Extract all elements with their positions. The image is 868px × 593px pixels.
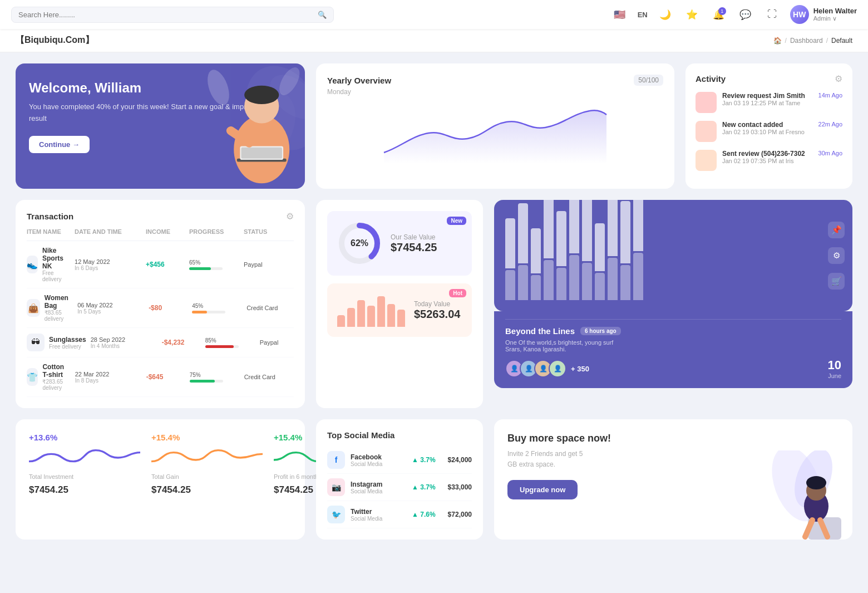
- flag-icon[interactable]: 🇺🇸: [611, 6, 629, 23]
- activity-thumb-0: [696, 92, 717, 113]
- activity-title-1: New contact added: [722, 121, 805, 129]
- progress-bar-0: [189, 267, 223, 270]
- item-cell-1: 👜 Women Bag ₹83.65 delivery: [27, 294, 73, 322]
- search-bar[interactable]: 🔍: [11, 7, 334, 23]
- table-row: 👜 Women Bag ₹83.65 delivery 06 May 2022 …: [27, 288, 294, 328]
- stats-card: +13.6% Total Investment $7454.25 +15.4% …: [16, 419, 305, 540]
- beyond-date: 10: [828, 358, 841, 373]
- chart-pin-icon[interactable]: 📌: [828, 222, 845, 238]
- chart-gear-icon[interactable]: ⚙: [828, 247, 845, 264]
- user-name: Helen Walter: [813, 7, 857, 15]
- progress-fill-0: [189, 267, 211, 270]
- svg-point-19: [806, 476, 826, 489]
- row2: Transaction ⚙ Item Name Date and Time In…: [16, 200, 852, 408]
- activity-card: Activity ⚙ Review request Jim Smith Jan …: [685, 63, 852, 189]
- today-bar-chart: [337, 293, 405, 327]
- overview-badge: 50/100: [634, 75, 663, 86]
- user-role: Admin ∨: [813, 15, 857, 22]
- bar-item-3: [544, 200, 554, 300]
- stat-wave-0: [29, 447, 140, 469]
- table-row: 🕶 Sunglasses Free delivery 28 Sep 2022 I…: [27, 328, 294, 357]
- item-icon-0: 👟: [27, 256, 38, 273]
- sale-label: Our Sale Value: [391, 233, 437, 241]
- date-sub-0: In 6 Days: [75, 265, 141, 271]
- sale-value-amount: $7454.25: [391, 241, 437, 254]
- sale-info: Our Sale Value $7454.25: [391, 233, 437, 254]
- activity-title-0: Review request Jim Smith: [722, 92, 805, 100]
- progress-cell-0: 65%: [189, 259, 239, 270]
- svg-point-10: [203, 67, 233, 108]
- date-sub-2: In 4 Months: [91, 343, 157, 349]
- item-name-2: Sunglasses: [49, 336, 86, 344]
- breadcrumb: 🏠 / Dashboard / Default: [773, 37, 852, 45]
- moon-icon[interactable]: 🌙: [657, 6, 674, 23]
- message-icon[interactable]: 💬: [737, 6, 754, 23]
- bar-item-2: [531, 228, 541, 300]
- date-cell-2: 28 Sep 2022 In 4 Months: [91, 336, 157, 349]
- home-icon[interactable]: 🏠: [773, 37, 782, 45]
- social-row-1: 📷 Instagram Social Media ▲ 3.7% $33,000: [327, 474, 472, 501]
- search-icon: 🔍: [318, 11, 327, 19]
- bar-light-4: [556, 268, 566, 301]
- bar-item-4: [556, 211, 566, 301]
- progress-cell-2: 85%: [205, 337, 255, 348]
- barchart-beyond-section: 📌 ⚙ 🛒 Beyond the Lines 6 hours ago One O…: [494, 200, 852, 408]
- col-progress: Progress: [189, 228, 239, 235]
- transaction-settings-button[interactable]: ⚙: [286, 211, 294, 222]
- mini-bar-5: [387, 304, 395, 327]
- new-badge: New: [447, 217, 466, 225]
- donut-label: 62%: [351, 238, 368, 248]
- breadcrumb-dashboard[interactable]: Dashboard: [790, 37, 823, 45]
- activity-text-1: New contact added Jan 02 19 03:10 PM at …: [722, 121, 805, 135]
- table-header: Item Name Date and Time Income Progress …: [27, 228, 294, 241]
- social-name-0: Facebook: [351, 453, 382, 461]
- sale-top: New 62% Our Sale Value $7454.25: [327, 211, 472, 276]
- bar-item-1: [518, 203, 528, 300]
- beyond-card: Beyond the Lines 6 hours ago One Of the …: [494, 311, 852, 388]
- date-main-1: 06 May 2022: [77, 302, 144, 308]
- continue-button[interactable]: Continue →: [29, 136, 90, 153]
- social-title: Top Social Media: [327, 430, 394, 440]
- breadcrumb-sep1: /: [785, 37, 787, 45]
- user-profile[interactable]: HW Helen Walter Admin ∨: [790, 5, 857, 24]
- hot-badge: Hot: [449, 289, 466, 297]
- status-2: Paypal: [260, 339, 310, 346]
- bar-dark-0: [505, 218, 515, 268]
- table-row: 👟 Nike Sports NK Free delivery 12 May 20…: [27, 241, 294, 288]
- transaction-title: Transaction: [27, 212, 73, 221]
- notification-icon[interactable]: 🔔 1: [710, 6, 728, 23]
- search-input[interactable]: [18, 11, 313, 19]
- fullscreen-icon[interactable]: ⛶: [763, 6, 781, 23]
- item-name-0: Nike Sports NK: [42, 247, 70, 270]
- bar-item-0: [505, 218, 515, 300]
- social-info-2: Twitter Social Media: [351, 508, 382, 522]
- progress-fill-2: [205, 345, 234, 348]
- chart-cart-icon[interactable]: 🛒: [828, 273, 845, 290]
- stat-pct-0: +13.6%: [29, 433, 140, 442]
- income-2: -$4,232: [162, 339, 201, 346]
- activity-title: Activity: [696, 74, 726, 84]
- income-1: -$80: [149, 304, 188, 312]
- today-value-amount: $5263.04: [414, 308, 460, 321]
- star-icon[interactable]: ⭐: [683, 6, 701, 23]
- bar-light-6: [582, 263, 592, 301]
- bar-dark-8: [608, 200, 618, 256]
- social-row-0: f Facebook Social Media ▲ 3.7% $24,000: [327, 447, 472, 474]
- item-info-0: Nike Sports NK Free delivery: [42, 247, 70, 282]
- user-text: Helen Walter Admin ∨: [813, 7, 857, 22]
- progress-cell-1: 45%: [192, 303, 242, 313]
- barchart-icons: 📌 ⚙ 🛒: [828, 222, 845, 290]
- activity-time-2: 30m Ago: [818, 150, 842, 156]
- activity-thumb-1: [696, 121, 717, 142]
- row3: +13.6% Total Investment $7454.25 +15.4% …: [16, 419, 852, 540]
- item-cell-3: 👕 Cotton T-shirt ₹283.65 delivery: [27, 363, 71, 391]
- col-income: Income: [146, 228, 185, 235]
- beyond-title: Beyond the Lines 6 hours ago: [505, 326, 841, 336]
- activity-settings-button[interactable]: ⚙: [835, 73, 842, 84]
- progress-pct-3: 75%: [190, 372, 240, 378]
- upgrade-button[interactable]: Upgrade now: [507, 480, 578, 499]
- date-main-2: 28 Sep 2022: [91, 336, 157, 343]
- social-pct-1: ▲ 3.7%: [412, 483, 436, 491]
- stat-label-1: Total Gain: [151, 473, 263, 480]
- overview-subtitle: Monday: [327, 88, 663, 96]
